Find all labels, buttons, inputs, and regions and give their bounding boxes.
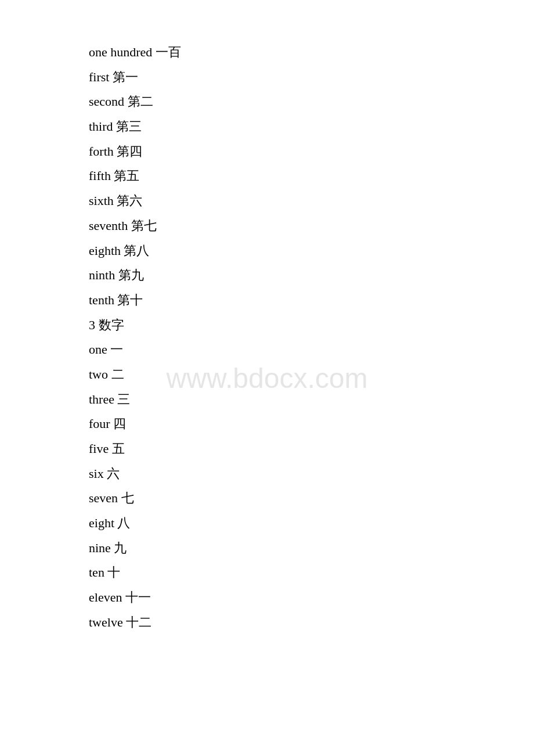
- list-item: third 第三: [89, 115, 534, 139]
- list-item: one hundred 一百: [89, 41, 534, 64]
- list-item: second 第二: [89, 90, 534, 114]
- list-item: forth 第四: [89, 140, 534, 164]
- list-item: ten 十: [89, 561, 534, 585]
- list-item: fifth 第五: [89, 164, 534, 188]
- list-item: seventh 第七: [89, 214, 534, 238]
- list-item: eighth 第八: [89, 239, 534, 263]
- list-item: sixth 第六: [89, 189, 534, 213]
- list-item: three 三: [89, 388, 534, 412]
- list-item: twelve 十二: [89, 611, 534, 635]
- list-item: ninth 第九: [89, 264, 534, 287]
- list-item: six 六: [89, 462, 534, 486]
- list-item: four 四: [89, 412, 534, 436]
- list-item: five 五: [89, 437, 534, 461]
- list-item: two 二: [89, 363, 534, 387]
- list-item: eight 八: [89, 512, 534, 535]
- main-content: one hundred 一百first 第一second 第二third 第三f…: [0, 0, 534, 635]
- list-item: first 第一: [89, 66, 534, 89]
- list-item: 3 数字: [89, 314, 534, 337]
- list-item: tenth 第十: [89, 289, 534, 312]
- list-item: eleven 十一: [89, 586, 534, 610]
- list-item: seven 七: [89, 487, 534, 510]
- list-item: nine 九: [89, 537, 534, 560]
- list-item: one 一: [89, 338, 534, 362]
